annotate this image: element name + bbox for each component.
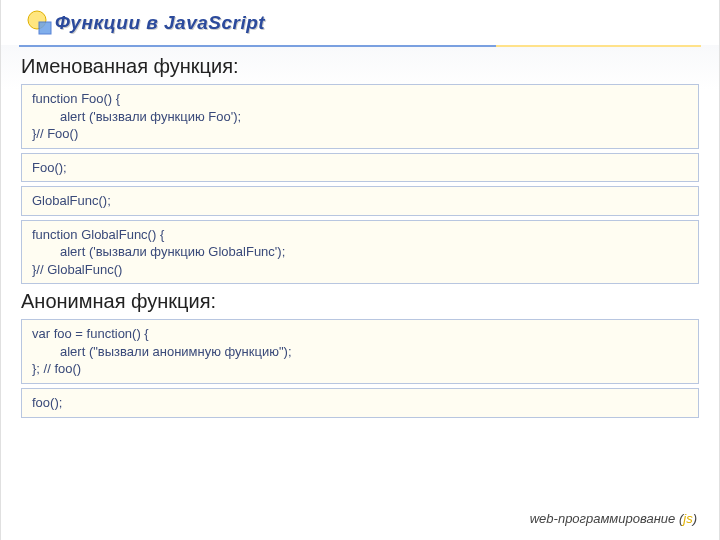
code-line: }; // foo() — [32, 360, 688, 378]
svg-rect-1 — [39, 22, 51, 34]
code-line: alert ('вызвали функцию GlobalFunc'); — [32, 243, 688, 261]
footer-close: ) — [693, 511, 697, 526]
page-title: Функции в JavaScript — [55, 12, 265, 34]
code-box-2: Foo(); — [21, 153, 699, 183]
code-box-3: GlobalFunc(); — [21, 186, 699, 216]
code-line: }// Foo() — [32, 125, 688, 143]
section-heading-named: Именованная функция: — [21, 55, 699, 78]
code-text: alert ('вызвали функцию GlobalFunc'); — [32, 243, 285, 261]
code-line: function Foo() { — [32, 90, 688, 108]
code-box-5: var foo = function() { alert ("вызвали а… — [21, 319, 699, 384]
section-heading-anon: Анонимная функция: — [21, 290, 699, 313]
slide: Функции в JavaScript Именованная функция… — [0, 0, 720, 540]
code-line: }// GlobalFunc() — [32, 261, 688, 279]
title-underline — [19, 45, 701, 47]
code-box-4: function GlobalFunc() { alert ('вызвали … — [21, 220, 699, 285]
code-line: alert ("вызвали анонимную функцию"); — [32, 343, 688, 361]
code-text: alert ("вызвали анонимную функцию"); — [32, 343, 292, 361]
footer: web-программирование (js) — [530, 511, 697, 526]
code-box-6: foo(); — [21, 388, 699, 418]
footer-text: web-программирование ( — [530, 511, 684, 526]
code-line: var foo = function() { — [32, 325, 688, 343]
title-bar: Функции в JavaScript — [19, 0, 701, 45]
code-line: foo(); — [32, 394, 688, 412]
code-line: GlobalFunc(); — [32, 192, 688, 210]
footer-js: js — [683, 511, 692, 526]
code-text: alert ('вызвали функцию Foo'); — [32, 108, 241, 126]
code-line: alert ('вызвали функцию Foo'); — [32, 108, 688, 126]
logo-icon — [25, 8, 55, 38]
code-box-1: function Foo() { alert ('вызвали функцию… — [21, 84, 699, 149]
code-line: Foo(); — [32, 159, 688, 177]
code-line: function GlobalFunc() { — [32, 226, 688, 244]
